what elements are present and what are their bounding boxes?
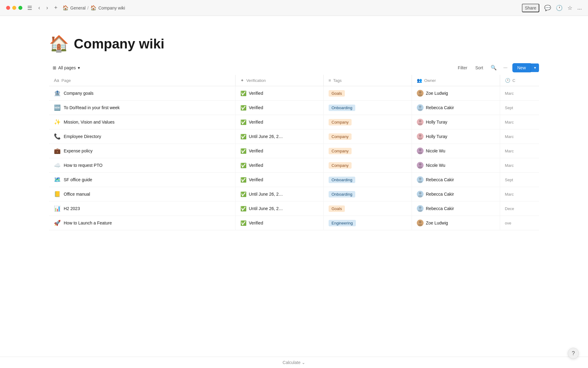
more-options-icon[interactable]: ...: [577, 5, 582, 11]
table-row[interactable]: 🗺️ SF office guide ✅ Verified Onboarding…: [49, 173, 539, 187]
tag-badge[interactable]: Company: [329, 133, 352, 140]
help-icon: ?: [572, 350, 575, 357]
svg-point-10: [419, 163, 421, 166]
avatar-svg: [417, 220, 424, 226]
minimize-button[interactable]: [12, 6, 16, 10]
table-row[interactable]: 🚀 How to Launch a Feature ✅ Verified Eng…: [49, 216, 539, 230]
owner-name: Rebecca Cakir: [426, 105, 454, 110]
calculate-button[interactable]: Calculate ⌄: [283, 360, 305, 365]
calculate-chevron-icon: ⌄: [302, 360, 305, 365]
breadcrumb-current[interactable]: Company wiki: [98, 6, 125, 10]
avatar-svg: [417, 191, 424, 197]
table-row[interactable]: ✨ Mission, Vision and Values ✅ Verified …: [49, 115, 539, 129]
table-more-icon[interactable]: ···: [502, 63, 509, 72]
share-button[interactable]: Share: [522, 4, 539, 12]
sort-button[interactable]: Sort: [473, 63, 486, 72]
row-page-icon: ☁️: [54, 162, 61, 169]
cell-page: 💼 Expense policy: [49, 144, 235, 158]
table-row[interactable]: 📞 Employee Directory ✅ Until June 26, 2……: [49, 129, 539, 144]
avatar: [417, 220, 424, 226]
cell-date: Marc: [500, 86, 539, 101]
owner-name: Holly Turay: [426, 120, 447, 125]
cell-date: Marc: [500, 115, 539, 129]
cell-owner: Rebecca Cakir: [412, 201, 500, 216]
chat-icon[interactable]: 💬: [544, 5, 551, 11]
star-icon[interactable]: ☆: [567, 5, 572, 11]
back-icon[interactable]: ‹: [37, 3, 41, 12]
owner-col-icon: 👥: [417, 78, 422, 83]
column-header-date[interactable]: 🕐 C: [500, 75, 539, 86]
tag-badge[interactable]: Company: [329, 148, 352, 154]
row-page-icon: 📞: [54, 133, 61, 140]
verified-icon: ✅: [240, 206, 247, 212]
sidebar-toggle-icon[interactable]: ☰: [26, 3, 33, 13]
cell-tags: Goals: [323, 201, 412, 216]
table-row[interactable]: 📊 H2 2023 ✅ Until June 26, 2… Goals Rebe…: [49, 201, 539, 216]
table-row[interactable]: 🆕 To Do/Read in your first week ✅ Verifi…: [49, 101, 539, 115]
column-header-tags[interactable]: ≡ Tags: [323, 75, 412, 86]
table-row[interactable]: ☁️ How to request PTO ✅ Verified Company…: [49, 158, 539, 173]
cell-page: 🗺️ SF office guide: [49, 173, 235, 187]
owner-name: Nicole Wu: [426, 163, 446, 168]
svg-point-7: [418, 137, 422, 140]
cell-verification: ✅ Until June 26, 2…: [235, 129, 323, 144]
row-page-name: H2 2023: [64, 206, 80, 211]
avatar: [417, 90, 424, 97]
avatar: [417, 176, 424, 183]
breadcrumb-parent[interactable]: General: [70, 6, 86, 10]
view-label: All pages: [58, 65, 76, 70]
new-button[interactable]: New: [512, 63, 531, 72]
row-page-name: How to request PTO: [64, 163, 103, 168]
tag-badge[interactable]: Company: [329, 162, 352, 169]
table-row[interactable]: 🏦 Company goals ✅ Verified Goals Zoe Lud…: [49, 86, 539, 101]
table-row[interactable]: 💼 Expense policy ✅ Verified Company Nico…: [49, 144, 539, 158]
tag-badge[interactable]: Onboarding: [329, 177, 356, 183]
new-button-group: New ▾: [512, 63, 539, 72]
tag-badge[interactable]: Onboarding: [329, 105, 356, 111]
search-icon[interactable]: 🔍: [489, 63, 499, 72]
avatar-svg: [417, 162, 424, 169]
forward-icon[interactable]: ›: [45, 3, 49, 12]
cell-date: Dece: [500, 201, 539, 216]
cell-page: 📞 Employee Directory: [49, 129, 235, 144]
cell-tags: Engineering: [323, 216, 412, 230]
cell-date: Marc: [500, 144, 539, 158]
verification-text: Until June 26, 2…: [249, 206, 283, 211]
cell-verification: ✅ Verified: [235, 86, 323, 101]
svg-point-17: [418, 209, 422, 212]
help-button[interactable]: ?: [568, 348, 579, 359]
page-col-icon: Aa: [54, 78, 59, 83]
add-page-icon[interactable]: +: [53, 3, 59, 12]
svg-point-0: [419, 91, 421, 94]
view-selector-button[interactable]: ⊞ All pages ▾: [49, 63, 84, 72]
avatar-svg: [417, 148, 424, 154]
table-row[interactable]: 📒 Office manual ✅ Until June 26, 2… Onbo…: [49, 187, 539, 201]
page-title-row: 🏠 Company wiki: [49, 34, 539, 53]
avatar-svg: [417, 104, 424, 111]
history-icon[interactable]: 🕐: [556, 5, 563, 11]
cell-owner: Holly Turay: [412, 115, 500, 129]
svg-point-3: [418, 109, 422, 111]
new-button-chevron[interactable]: ▾: [531, 63, 539, 72]
table-header-row: Aa Page ✦ Verification ≡ Tags 👥 Owner 🕐: [49, 75, 539, 86]
row-page-icon: ✨: [54, 119, 61, 125]
tag-badge[interactable]: Onboarding: [329, 191, 356, 197]
verification-text: Until June 26, 2…: [249, 192, 283, 197]
cell-verification: ✅ Until June 26, 2…: [235, 187, 323, 201]
db-toolbar: ⊞ All pages ▾ Filter Sort 🔍 ··· New ▾: [49, 63, 539, 75]
tag-badge[interactable]: Goals: [329, 205, 345, 212]
column-header-verification[interactable]: ✦ Verification: [235, 75, 323, 86]
tags-col-icon: ≡: [329, 78, 331, 83]
row-page-icon: 🗺️: [54, 176, 61, 183]
tag-badge[interactable]: Goals: [329, 90, 345, 97]
maximize-button[interactable]: [18, 6, 22, 10]
column-header-owner[interactable]: 👥 Owner: [412, 75, 500, 86]
column-header-page[interactable]: Aa Page: [49, 75, 235, 86]
tag-badge[interactable]: Company: [329, 119, 352, 125]
avatar: [417, 191, 424, 197]
row-page-icon: 💼: [54, 148, 61, 154]
page-content: 🏠 Company wiki ⊞ All pages ▾ Filter Sort…: [0, 16, 588, 230]
close-button[interactable]: [6, 6, 10, 10]
tag-badge[interactable]: Engineering: [329, 220, 356, 226]
filter-button[interactable]: Filter: [455, 63, 470, 72]
